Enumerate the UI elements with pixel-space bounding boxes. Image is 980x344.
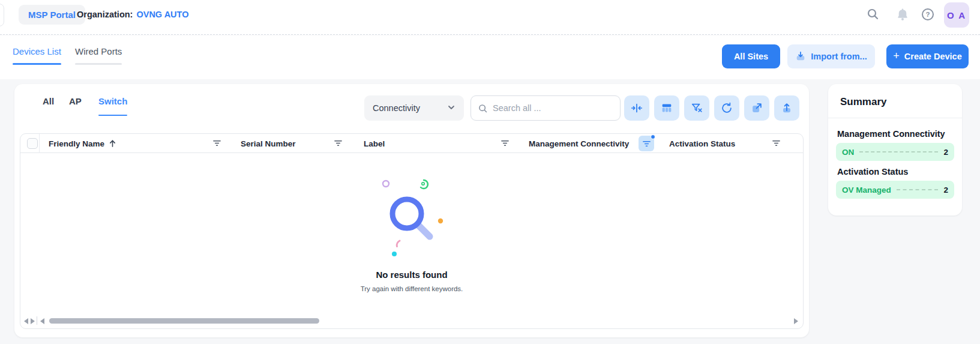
table-header-row: Friendly Name Serial Number Label xyxy=(20,134,803,153)
svg-text:?: ? xyxy=(925,11,930,18)
export-up-icon[interactable] xyxy=(774,95,799,121)
summary-row-on-name: ON xyxy=(842,148,854,157)
device-tab-all[interactable]: All xyxy=(43,96,54,116)
summary-section-activation-status: Activation Status xyxy=(837,167,953,177)
sidebar-edge-handle[interactable] xyxy=(0,4,4,26)
category-select-value: Connectivity xyxy=(373,103,420,113)
filter-icon-label[interactable] xyxy=(499,138,511,148)
chevron-down-icon xyxy=(447,103,455,113)
scroll-left-icon[interactable] xyxy=(24,318,28,324)
column-label-label: Label xyxy=(364,139,385,148)
tab-wired-ports-label: Wired Ports xyxy=(75,46,122,56)
summary-row-on-count: 2 xyxy=(943,148,948,157)
tab-wired-ports[interactable]: Wired Ports xyxy=(75,46,122,65)
search-field xyxy=(470,95,621,121)
column-separator xyxy=(39,134,40,153)
dotted-leader xyxy=(859,151,938,152)
avatar[interactable]: O A xyxy=(944,2,969,28)
import-from-label: Import from... xyxy=(811,52,867,61)
sort-asc-icon[interactable] xyxy=(109,139,116,148)
column-management-connectivity-label: Management Connectivity xyxy=(529,139,629,148)
summary-row-ov-managed-count: 2 xyxy=(943,186,948,195)
msp-portal-button[interactable]: MSP Portal xyxy=(19,5,85,25)
collapse-columns-icon[interactable] xyxy=(624,95,649,121)
filter-icon-activation-status[interactable] xyxy=(771,138,782,148)
device-tab-all-label: All xyxy=(43,96,54,106)
summary-section-management-connectivity: Management Connectivity xyxy=(837,129,953,139)
select-all-checkbox[interactable] xyxy=(27,138,38,149)
scroll-track-right-icon[interactable] xyxy=(794,318,798,324)
filter-icon-management-connectivity-active[interactable] xyxy=(639,136,654,151)
search-input[interactable] xyxy=(493,103,613,113)
filter-icon-serial-number[interactable] xyxy=(332,138,344,148)
filter-icon-friendly-name[interactable] xyxy=(211,138,223,148)
column-management-connectivity: Management Connectivity xyxy=(529,134,629,153)
empty-state-title: No results found xyxy=(376,270,447,280)
devices-panel: All AP Switch Connectivity xyxy=(14,84,809,337)
create-device-label: Create Device xyxy=(904,52,962,61)
summary-row-ov-managed-name: OV Managed xyxy=(842,186,891,195)
search-icon[interactable] xyxy=(866,7,880,22)
scrollbar-divider xyxy=(37,316,37,325)
scroll-right-icon[interactable] xyxy=(31,318,35,324)
empty-state: No results found Try again with differen… xyxy=(20,170,803,292)
empty-state-subtitle: Try again with different keywords. xyxy=(361,285,463,292)
plus-icon: + xyxy=(893,50,900,62)
devices-table: Friendly Name Serial Number Label xyxy=(20,133,804,329)
column-activation-status: Activation Status xyxy=(669,134,735,153)
horizontal-scrollbar xyxy=(20,316,803,325)
all-sites-button[interactable]: All Sites xyxy=(722,44,780,68)
summary-body: Management Connectivity ON 2 Activation … xyxy=(828,118,962,199)
tab-active-underline xyxy=(13,63,61,65)
open-in-new-icon[interactable] xyxy=(744,95,769,121)
summary-panel: Summary Management Connectivity ON 2 Act… xyxy=(828,84,962,216)
scrollbar-thumb[interactable] xyxy=(49,318,319,324)
table-toolbar xyxy=(624,95,799,121)
column-friendly-name-label: Friendly Name xyxy=(49,139,104,148)
device-tab-ap[interactable]: AP xyxy=(69,96,82,116)
bell-icon[interactable] xyxy=(895,7,910,22)
device-tab-switch[interactable]: Switch xyxy=(98,96,127,116)
dotted-leader xyxy=(897,189,939,190)
device-tab-active-underline xyxy=(98,115,127,116)
top-header: MSP Portal Organization:OVNG AUTO ? O A xyxy=(0,0,980,35)
column-label: Label xyxy=(364,134,385,153)
column-activation-status-label: Activation Status xyxy=(669,139,735,148)
summary-row-ov-managed[interactable]: OV Managed 2 xyxy=(836,181,954,199)
category-select[interactable]: Connectivity xyxy=(364,95,464,121)
table-columns-icon[interactable] xyxy=(654,95,679,121)
tab-devices-list-label: Devices List xyxy=(13,46,61,56)
create-device-button[interactable]: + Create Device xyxy=(886,44,969,68)
summary-title: Summary xyxy=(828,84,962,118)
organization-value[interactable]: OVNG AUTO xyxy=(136,10,188,19)
import-from-button[interactable]: Import from... xyxy=(787,44,875,68)
filter-active-dot xyxy=(651,134,655,139)
refresh-icon[interactable] xyxy=(714,95,739,121)
nav-bar: Devices List Wired Ports All Sites Impor… xyxy=(0,35,980,79)
column-serial-number-label: Serial Number xyxy=(241,139,296,148)
help-icon[interactable]: ? xyxy=(921,7,935,22)
import-icon xyxy=(795,51,806,62)
tab-devices-list[interactable]: Devices List xyxy=(13,46,61,65)
device-tab-switch-label: Switch xyxy=(98,96,127,106)
tab-inactive-underline xyxy=(75,63,122,65)
column-serial-number: Serial Number xyxy=(241,134,296,153)
organization-label-group: Organization:OVNG AUTO xyxy=(77,10,188,19)
organization-label: Organization: xyxy=(77,10,133,19)
device-tab-ap-label: AP xyxy=(69,96,82,106)
scroll-track-left-icon[interactable] xyxy=(40,318,44,324)
column-friendly-name: Friendly Name xyxy=(49,134,116,153)
summary-row-on[interactable]: ON 2 xyxy=(836,143,954,161)
no-results-illustration xyxy=(364,170,460,262)
search-input-icon xyxy=(478,103,488,113)
clear-filter-icon[interactable] xyxy=(684,95,709,121)
